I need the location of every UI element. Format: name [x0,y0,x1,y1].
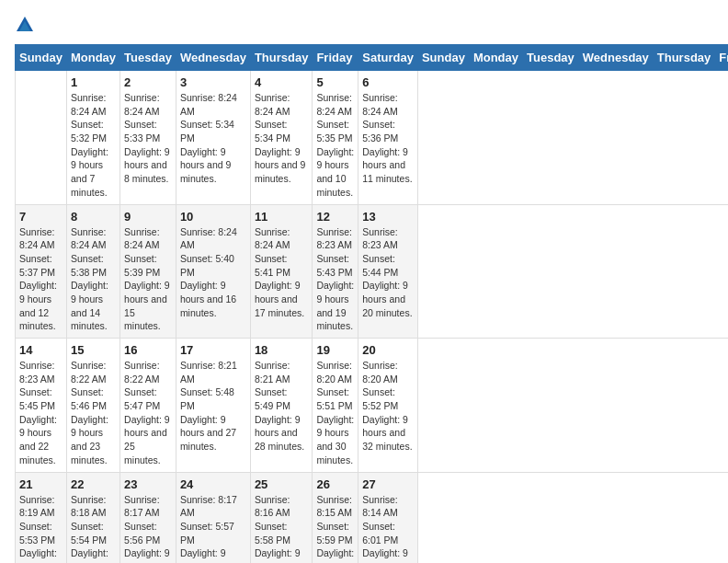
header-cell-wednesday: Wednesday [176,45,250,71]
day-number: 19 [316,343,354,357]
day-cell: 24Sunrise: 8:17 AMSunset: 5:57 PMDayligh… [176,472,250,563]
day-number: 17 [180,343,246,357]
day-cell: 19Sunrise: 8:20 AMSunset: 5:51 PMDayligh… [313,339,358,473]
day-cell: 3Sunrise: 8:24 AMSunset: 5:34 PMDaylight… [176,71,250,205]
day-number: 15 [71,343,116,357]
col-header-wednesday: Wednesday [578,45,653,71]
day-detail: Sunrise: 8:20 AMSunset: 5:52 PMDaylight:… [362,359,414,454]
day-cell: 17Sunrise: 8:21 AMSunset: 5:48 PMDayligh… [176,339,250,473]
day-detail: Sunrise: 8:23 AMSunset: 5:43 PMDaylight:… [316,225,354,334]
day-detail: Sunrise: 8:21 AMSunset: 5:48 PMDaylight:… [180,359,246,454]
day-detail: Sunrise: 8:24 AMSunset: 5:34 PMDaylight:… [180,91,246,186]
day-detail: Sunrise: 8:24 AMSunset: 5:35 PMDaylight:… [316,91,354,200]
day-cell: 22Sunrise: 8:18 AMSunset: 5:54 PMDayligh… [66,472,119,563]
day-detail: Sunrise: 8:20 AMSunset: 5:51 PMDaylight:… [316,359,354,467]
day-number: 27 [362,477,414,491]
header-cell-sunday: Sunday [16,45,67,71]
day-number: 14 [19,343,63,357]
day-cell: 20Sunrise: 8:20 AMSunset: 5:52 PMDayligh… [358,339,418,473]
day-cell: 7Sunrise: 8:24 AMSunset: 5:37 PMDaylight… [16,204,67,339]
day-number: 21 [19,477,63,491]
logo-icon [15,15,35,35]
day-detail: Sunrise: 8:14 AMSunset: 6:01 PMDaylight:… [362,493,414,564]
col-header-sunday: Sunday [417,45,469,71]
day-detail: Sunrise: 8:24 AMSunset: 5:32 PMDaylight:… [71,91,116,200]
day-detail: Sunrise: 8:22 AMSunset: 5:47 PMDaylight:… [124,359,172,467]
day-detail: Sunrise: 8:15 AMSunset: 5:59 PMDaylight:… [316,493,354,564]
header-cell-thursday: Thursday [250,45,313,71]
calendar-table: SundayMondayTuesdayWednesdayThursdayFrid… [15,44,728,563]
day-number: 25 [255,477,309,491]
day-cell: 13Sunrise: 8:23 AMSunset: 5:44 PMDayligh… [358,204,418,339]
week-row-2: 7Sunrise: 8:24 AMSunset: 5:37 PMDaylight… [16,204,729,339]
day-detail: Sunrise: 8:24 AMSunset: 5:41 PMDaylight:… [255,225,309,320]
week-row-4: 21Sunrise: 8:19 AMSunset: 5:53 PMDayligh… [16,472,729,563]
day-cell: 18Sunrise: 8:21 AMSunset: 5:49 PMDayligh… [250,339,313,473]
header-cell-friday: Friday [313,45,358,71]
col-header-tuesday: Tuesday [523,45,579,71]
day-cell: 11Sunrise: 8:24 AMSunset: 5:41 PMDayligh… [250,204,313,339]
week-row-3: 14Sunrise: 8:23 AMSunset: 5:45 PMDayligh… [16,339,729,473]
day-detail: Sunrise: 8:24 AMSunset: 5:40 PMDaylight:… [180,225,246,320]
day-cell: 23Sunrise: 8:17 AMSunset: 5:56 PMDayligh… [120,472,176,563]
day-detail: Sunrise: 8:16 AMSunset: 5:58 PMDaylight:… [255,493,309,564]
day-detail: Sunrise: 8:24 AMSunset: 5:38 PMDaylight:… [71,225,116,334]
day-number: 12 [316,210,354,224]
day-number: 26 [316,477,354,491]
col-header-monday: Monday [469,45,522,71]
header-cell-tuesday: Tuesday [120,45,176,71]
day-detail: Sunrise: 8:17 AMSunset: 5:57 PMDaylight:… [180,493,246,564]
day-cell: 21Sunrise: 8:19 AMSunset: 5:53 PMDayligh… [16,472,67,563]
day-number: 7 [19,210,63,224]
header-row: SundayMondayTuesdayWednesdayThursdayFrid… [16,45,729,71]
day-number: 2 [124,75,172,89]
day-detail: Sunrise: 8:24 AMSunset: 5:36 PMDaylight:… [362,91,414,186]
day-number: 3 [180,75,246,89]
day-detail: Sunrise: 8:24 AMSunset: 5:39 PMDaylight:… [124,225,172,334]
day-number: 16 [124,343,172,357]
day-detail: Sunrise: 8:17 AMSunset: 5:56 PMDaylight:… [124,493,172,564]
day-number: 4 [255,75,309,89]
header-cell-saturday: Saturday [358,45,418,71]
day-detail: Sunrise: 8:21 AMSunset: 5:49 PMDaylight:… [255,359,309,454]
day-detail: Sunrise: 8:22 AMSunset: 5:46 PMDaylight:… [71,359,116,467]
col-header-friday: Friday [715,45,728,71]
day-cell: 16Sunrise: 8:22 AMSunset: 5:47 PMDayligh… [120,339,176,473]
day-detail: Sunrise: 8:24 AMSunset: 5:34 PMDaylight:… [255,91,309,186]
day-number: 10 [180,210,246,224]
day-number: 6 [362,75,414,89]
day-cell: 1Sunrise: 8:24 AMSunset: 5:32 PMDaylight… [66,71,119,205]
day-number: 1 [71,75,116,89]
day-cell: 26Sunrise: 8:15 AMSunset: 5:59 PMDayligh… [313,472,358,563]
logo [15,15,39,35]
day-number: 11 [255,210,309,224]
day-cell: 12Sunrise: 8:23 AMSunset: 5:43 PMDayligh… [313,204,358,339]
day-cell: 6Sunrise: 8:24 AMSunset: 5:36 PMDaylight… [358,71,418,205]
day-number: 24 [180,477,246,491]
week-row-1: 1Sunrise: 8:24 AMSunset: 5:32 PMDaylight… [16,71,729,205]
day-detail: Sunrise: 8:24 AMSunset: 5:37 PMDaylight:… [19,225,63,334]
col-header-thursday: Thursday [653,45,715,71]
day-cell: 14Sunrise: 8:23 AMSunset: 5:45 PMDayligh… [16,339,67,473]
day-detail: Sunrise: 8:19 AMSunset: 5:53 PMDaylight:… [19,493,63,564]
day-number: 18 [255,343,309,357]
header [15,15,713,35]
day-cell: 4Sunrise: 8:24 AMSunset: 5:34 PMDaylight… [250,71,313,205]
day-detail: Sunrise: 8:23 AMSunset: 5:45 PMDaylight:… [19,359,63,467]
day-number: 13 [362,210,414,224]
day-number: 23 [124,477,172,491]
day-cell: 15Sunrise: 8:22 AMSunset: 5:46 PMDayligh… [66,339,119,473]
day-cell: 10Sunrise: 8:24 AMSunset: 5:40 PMDayligh… [176,204,250,339]
day-cell: 25Sunrise: 8:16 AMSunset: 5:58 PMDayligh… [250,472,313,563]
day-cell [16,71,67,205]
day-cell: 9Sunrise: 8:24 AMSunset: 5:39 PMDaylight… [120,204,176,339]
day-number: 8 [71,210,116,224]
day-cell: 8Sunrise: 8:24 AMSunset: 5:38 PMDaylight… [66,204,119,339]
header-cell-monday: Monday [66,45,119,71]
day-detail: Sunrise: 8:18 AMSunset: 5:54 PMDaylight:… [71,493,116,564]
day-cell: 5Sunrise: 8:24 AMSunset: 5:35 PMDaylight… [313,71,358,205]
day-detail: Sunrise: 8:24 AMSunset: 5:33 PMDaylight:… [124,91,172,186]
day-number: 22 [71,477,116,491]
day-number: 20 [362,343,414,357]
day-detail: Sunrise: 8:23 AMSunset: 5:44 PMDaylight:… [362,225,414,320]
